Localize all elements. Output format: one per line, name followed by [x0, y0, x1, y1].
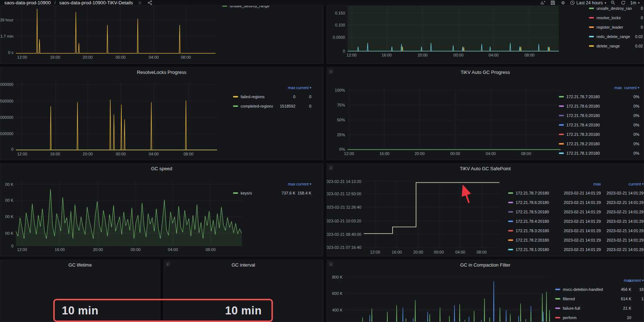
refresh-interval-picker[interactable]: 1m ▾	[630, 0, 640, 5]
series-label[interactable]: unsafe_destroy_range	[597, 6, 632, 11]
tikv-auto-gc-safepoint-chart[interactable]: 12:0016:0020:0000:0004:0008:002023-02-21…	[364, 180, 499, 248]
legend-sort-max[interactable]: max	[273, 182, 295, 186]
gc-compaction-filter-chart[interactable]: 800 K600 K400 K	[345, 275, 552, 322]
panel-title[interactable]: GC in Compaction Filter	[327, 262, 644, 268]
series-label[interactable]: failed-regions	[241, 95, 273, 99]
legend-row[interactable]: perform 10	[555, 313, 644, 322]
panel-title[interactable]: TiKV Auto GC SafePoint	[327, 166, 644, 171]
legend-row[interactable]: 172.21.78.5:20180 2023-02-21 14:01:29 20…	[508, 207, 644, 217]
legend-row[interactable]: redo_delete_range 0.02	[589, 32, 643, 41]
series-label[interactable]: perform	[563, 315, 611, 320]
legend-row[interactable]: delete_range 0.02	[589, 41, 643, 51]
series-label[interactable]: 172.21.78.2:20180	[516, 238, 554, 242]
gc-tasks-chart[interactable]: 12:0016:0020:0000:0004:0008:000.1500.100…	[348, 6, 559, 51]
clock-icon	[570, 0, 575, 5]
series-label[interactable]: 172.21.78.6:20180	[566, 104, 610, 108]
legend-row[interactable]: failure-full 21 K	[555, 304, 644, 313]
legend-sort-max[interactable]: max	[554, 182, 601, 186]
series-label[interactable]: 172.21.78.1:20180	[566, 151, 610, 155]
panel-info-icon[interactable]: i	[328, 69, 333, 74]
legend-sort-current[interactable]: current▾	[631, 278, 644, 283]
series-label[interactable]: resolve_locks	[597, 16, 632, 20]
legend-row[interactable]: 172.21.78.5:20180 0%	[559, 111, 639, 120]
zoom-out-icon[interactable]	[610, 0, 616, 5]
legend-row[interactable]: 172.21.78.3:20180 0%	[559, 130, 639, 139]
star-icon[interactable]: ☆	[137, 0, 143, 5]
legend-row[interactable]: unsafe_destroy_range	[222, 5, 295, 9]
gc-tasks-duration-chart[interactable]: 12:0016:0020:0000:0004:0008:0039 hour1.7…	[16, 6, 216, 54]
series-label[interactable]: 172.21.78.5:20180	[516, 210, 554, 214]
panel-title[interactable]: ResolveLocks Progress	[0, 70, 323, 75]
legend-row[interactable]: 172.21.78.4:20180 0%	[559, 120, 639, 130]
series-label[interactable]: 172.21.78.4:20180	[566, 123, 610, 127]
series-max-value: 2023-02-21 14:01:29	[554, 210, 601, 214]
panel-info-icon[interactable]: i	[165, 262, 170, 267]
share-icon[interactable]	[147, 0, 153, 5]
panel-info-icon[interactable]: i	[328, 262, 333, 267]
legend-row[interactable]: resolve_locks 0	[589, 13, 643, 22]
legend-row[interactable]: 172.21.78.2:20180 0%	[559, 139, 639, 149]
add-panel-icon[interactable]	[540, 0, 546, 5]
series-label[interactable]: failure-full	[563, 306, 611, 310]
panel-info-icon[interactable]: i	[328, 165, 333, 170]
series-label[interactable]: 172.21.78.7:20180	[566, 95, 610, 99]
series-label[interactable]: completed-regions	[241, 104, 273, 108]
series-label[interactable]: 172.21.78.5:20180	[566, 113, 610, 118]
series-color-dash	[559, 134, 564, 135]
legend-sort-max[interactable]: max	[610, 85, 622, 90]
legend-row[interactable]: mvcc-deletion-handled 456 K 18	[555, 285, 644, 294]
series-label[interactable]: unsafe_destroy_range	[230, 5, 295, 8]
time-range-picker[interactable]: Last 24 hours ▾	[570, 0, 606, 5]
save-dashboard-icon[interactable]	[550, 0, 556, 5]
legend-row[interactable]: unsafe_destroy_range 0	[589, 5, 643, 13]
legend-sort-current[interactable]: current▾	[295, 182, 311, 186]
series-current-value: 0%	[622, 123, 639, 127]
series-label[interactable]: 172.21.78.7:20180	[516, 191, 554, 195]
series-max-value: 2023-02-21 14:01:29	[554, 238, 601, 242]
series-label[interactable]: 172.21.78.2:20180	[566, 142, 610, 146]
legend-sort-current[interactable]: current▾	[622, 85, 639, 90]
dashboard-settings-icon[interactable]: ⚙	[560, 0, 566, 5]
legend-row[interactable]: filtered 614 K 1	[555, 294, 644, 304]
series-color-dash	[559, 143, 564, 145]
breadcrumb-folder[interactable]: saos-data-prod-10900	[4, 0, 51, 5]
legend-row[interactable]: 172.21.78.1:20180 2023-02-21 14:01:29 20…	[508, 245, 644, 254]
series-label[interactable]: redo_delete_range	[597, 34, 632, 39]
series-current-value: 0	[295, 95, 311, 99]
tikv-auto-gc-progress-chart[interactable]: 12:0016:0020:0000:0004:0008:00100%75%50%…	[348, 88, 561, 150]
series-label[interactable]: mvcc-deletion-handled	[563, 287, 611, 292]
series-label[interactable]: 172.21.78.4:20180	[516, 219, 554, 223]
series-label[interactable]: keys/s	[241, 191, 273, 195]
panel-title[interactable]: TiKV Auto GC Progress	[327, 70, 644, 75]
legend-row[interactable]: keys/s 737.6 K 158.4 K	[233, 188, 311, 198]
series-label[interactable]: 172.21.78.3:20180	[566, 132, 610, 137]
legend-row[interactable]: 172.21.78.1:20180 0%	[559, 149, 639, 158]
legend-row[interactable]: 172.21.78.7:20180 0%	[559, 92, 639, 101]
legend-sort-current[interactable]: current▾	[295, 85, 311, 90]
legend-row[interactable]: failed-regions 0 0	[233, 92, 311, 101]
legend-row[interactable]: 172.21.78.7:20180 2023-02-21 14:01:29 20…	[508, 188, 644, 198]
breadcrumb-dashboard[interactable]: saos-data-prod-10900-TiKV-Details	[59, 0, 133, 5]
refresh-icon[interactable]	[620, 0, 627, 5]
series-label[interactable]: delete_range	[597, 44, 632, 48]
legend-sort-current[interactable]: current▾	[601, 182, 644, 186]
legend-row[interactable]: 172.21.78.6:20180 2023-02-21 14:01:29 20…	[508, 198, 644, 207]
series-label[interactable]: filtered	[563, 297, 611, 301]
series-label[interactable]: 172.21.78.6:20180	[516, 200, 554, 205]
legend-row[interactable]: 172.21.78.4:20180 2023-02-21 14:01:29 20…	[508, 217, 644, 226]
gc-speed-chart[interactable]: 12:0016:0020:0000:0004:0008:0000 K00 K00…	[16, 181, 242, 246]
panel-title[interactable]: GC speed	[0, 166, 323, 171]
legend-sort-max[interactable]: max	[273, 85, 295, 90]
legend-row[interactable]: register_leader 0	[589, 22, 643, 32]
legend-row[interactable]: completed-regions 1518592 0	[233, 101, 311, 111]
panel-title[interactable]: GC interval	[164, 262, 323, 268]
series-label[interactable]: 172.21.78.1:20180	[516, 247, 554, 252]
legend-row[interactable]: 172.21.78.3:20180 2023-02-21 14:01:29 20…	[508, 226, 644, 235]
resolvelocks-progress-chart[interactable]: 12:0016:0020:0000:0004:0008:000000005000…	[16, 83, 217, 150]
series-label[interactable]: 172.21.78.3:20180	[516, 229, 554, 233]
legend-row[interactable]: 172.21.78.6:20180 0%	[559, 101, 639, 111]
panel-title[interactable]: GC lifetime	[0, 262, 160, 268]
legend-row[interactable]: 172.21.78.2:20180 2023-02-21 14:01:29 20…	[508, 235, 644, 245]
series-label[interactable]: register_leader	[597, 25, 632, 29]
series-current-value: 0	[632, 16, 643, 20]
